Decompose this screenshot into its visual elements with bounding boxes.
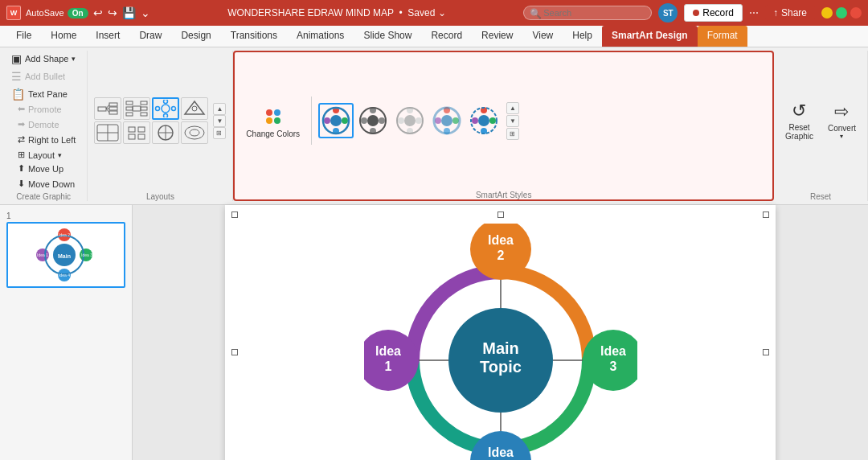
svg-point-55 bbox=[435, 117, 441, 124]
svg-rect-1 bbox=[109, 103, 117, 106]
share-label: Share bbox=[781, 7, 807, 18]
layouts-scroll-up[interactable]: ▲ bbox=[213, 103, 226, 115]
style-item-1[interactable] bbox=[318, 103, 354, 138]
styles-separator bbox=[311, 97, 312, 145]
redo-icon[interactable]: ↪ bbox=[108, 6, 117, 19]
text-pane-button[interactable]: 📋 Text Pane bbox=[6, 86, 72, 102]
demote-button[interactable]: ➡ Demote bbox=[13, 117, 80, 131]
right-to-left-button[interactable]: ⇄ Right to Left bbox=[13, 133, 80, 146]
smartart-diagram[interactable]: Main Topic Idea 2 Idea 3 bbox=[364, 224, 637, 461]
styles-scroll: ▲ ▼ ⊞ bbox=[506, 102, 519, 140]
close-button[interactable] bbox=[850, 7, 862, 18]
styles-expand[interactable]: ⊞ bbox=[506, 128, 519, 140]
record-button[interactable]: Record bbox=[684, 4, 743, 22]
svg-rect-27 bbox=[138, 134, 145, 139]
handle-left[interactable] bbox=[231, 349, 238, 355]
layout-item-5[interactable] bbox=[94, 121, 121, 144]
tab-animations[interactable]: Animations bbox=[287, 26, 354, 47]
svg-point-51 bbox=[441, 115, 452, 126]
autosave-toggle[interactable]: On bbox=[68, 8, 88, 18]
layout-item-2[interactable] bbox=[123, 97, 150, 120]
add-bullet-button[interactable]: ☰ Add Bullet bbox=[6, 68, 70, 84]
style-item-2[interactable] bbox=[355, 103, 391, 138]
style-item-3[interactable] bbox=[392, 103, 428, 138]
demote-icon: ➡ bbox=[18, 119, 25, 129]
styles-scroll-up[interactable]: ▲ bbox=[506, 102, 519, 114]
add-shape-button[interactable]: ▣ Add Shape ▾ bbox=[6, 51, 80, 67]
reset-graphic-button[interactable]: ↺ Reset Graphic bbox=[780, 97, 818, 144]
slide-canvas: Main Topic Idea 2 Idea 3 bbox=[225, 205, 776, 460]
handle-right[interactable] bbox=[763, 349, 769, 355]
handle-top[interactable] bbox=[497, 212, 504, 218]
create-graphic-label: Create Graphic bbox=[6, 191, 80, 201]
svg-line-6 bbox=[106, 109, 109, 113]
promote-icon: ⬅ bbox=[18, 104, 25, 114]
svg-point-14 bbox=[162, 105, 170, 113]
move-down-label: Move Down bbox=[28, 179, 75, 189]
svg-point-37 bbox=[324, 117, 330, 124]
layout-dropdown[interactable]: ▾ bbox=[58, 151, 62, 159]
svg-rect-11 bbox=[141, 101, 147, 105]
layout-item-6[interactable] bbox=[123, 121, 150, 144]
tab-slideshow[interactable]: Slide Show bbox=[354, 26, 421, 47]
svg-rect-7 bbox=[133, 106, 141, 111]
layout-item-1[interactable] bbox=[94, 97, 121, 120]
convert-dropdown[interactable]: ▾ bbox=[840, 133, 843, 140]
svg-text:Main: Main bbox=[58, 253, 71, 259]
styles-scroll-down[interactable]: ▼ bbox=[506, 115, 519, 127]
layout-item-7[interactable] bbox=[152, 121, 179, 144]
svg-rect-10 bbox=[126, 113, 133, 116]
text-pane-label: Text Pane bbox=[28, 89, 68, 99]
handle-topright[interactable] bbox=[763, 212, 769, 218]
style-item-4[interactable] bbox=[429, 103, 465, 138]
svg-point-18 bbox=[156, 107, 160, 111]
tab-design[interactable]: Design bbox=[171, 26, 220, 47]
tab-home[interactable]: Home bbox=[41, 26, 86, 47]
overflow-icon[interactable]: ⋯ bbox=[749, 7, 759, 18]
minimize-button[interactable] bbox=[821, 7, 833, 18]
layouts-expand[interactable]: ⊞ bbox=[213, 127, 226, 139]
move-up-button[interactable]: ⬆ Move Up bbox=[13, 162, 80, 175]
search-input[interactable] bbox=[523, 6, 652, 20]
svg-point-16 bbox=[172, 107, 176, 111]
convert-button[interactable]: ⇨ Convert ▾ bbox=[823, 98, 861, 143]
svg-rect-13 bbox=[141, 113, 147, 116]
slide-thumbnail[interactable]: Main Idea 2 Idea 3 Idea 4 Idea 1 bbox=[6, 222, 125, 288]
layout-button[interactable]: ⊞ Layout ▾ bbox=[13, 148, 80, 162]
tab-insert[interactable]: Insert bbox=[86, 26, 129, 47]
layout-item-8[interactable] bbox=[181, 121, 208, 144]
undo-icon[interactable]: ↩ bbox=[93, 6, 103, 19]
tab-format[interactable]: Format bbox=[698, 26, 747, 47]
tab-file[interactable]: File bbox=[6, 26, 41, 47]
layout-item-3[interactable] bbox=[152, 97, 179, 120]
move-down-button[interactable]: ⬇ Move Down bbox=[13, 177, 80, 191]
saved-label: Saved bbox=[407, 7, 435, 18]
reset-group-content: ↺ Reset Graphic ⇨ Convert ▾ bbox=[780, 51, 861, 191]
handle-topleft[interactable] bbox=[231, 212, 238, 218]
layouts-scroll-down[interactable]: ▼ bbox=[213, 115, 226, 127]
tab-review[interactable]: Review bbox=[472, 26, 522, 47]
add-shape-dropdown[interactable]: ▾ bbox=[72, 55, 76, 63]
tab-draw[interactable]: Draw bbox=[129, 26, 171, 47]
layout-item-4[interactable] bbox=[181, 97, 208, 120]
share-button[interactable]: ↑ Share bbox=[765, 5, 815, 21]
svg-text:Idea 1: Idea 1 bbox=[37, 253, 48, 257]
customize-icon[interactable]: ⌄ bbox=[141, 6, 150, 19]
app-title: WONDERSHARE EDRAW MIND MAP bbox=[227, 7, 394, 18]
svg-text:Idea: Idea bbox=[375, 344, 400, 358]
svg-line-4 bbox=[106, 105, 109, 109]
tab-view[interactable]: View bbox=[522, 26, 563, 47]
tab-help[interactable]: Help bbox=[563, 26, 602, 47]
save-icon[interactable]: 💾 bbox=[122, 6, 136, 19]
layouts-row2 bbox=[94, 121, 208, 144]
convert-icon: ⇨ bbox=[834, 101, 849, 122]
tab-transitions[interactable]: Transitions bbox=[221, 26, 287, 47]
change-colors-button[interactable]: Change Colors bbox=[241, 101, 305, 142]
tab-record[interactable]: Record bbox=[421, 26, 472, 47]
maximize-button[interactable] bbox=[836, 7, 847, 18]
tab-smartart-design[interactable]: SmartArt Design bbox=[602, 26, 698, 47]
create-graphic-content: ▣ Add Shape ▾ ☰ Add Bullet 📋 Text Pane bbox=[6, 51, 80, 102]
style-item-5[interactable] bbox=[466, 103, 502, 138]
ribbon-content: ▣ Add Shape ▾ ☰ Add Bullet 📋 Text Pane ⬅… bbox=[0, 47, 868, 205]
promote-button[interactable]: ⬅ Promote bbox=[13, 102, 80, 116]
